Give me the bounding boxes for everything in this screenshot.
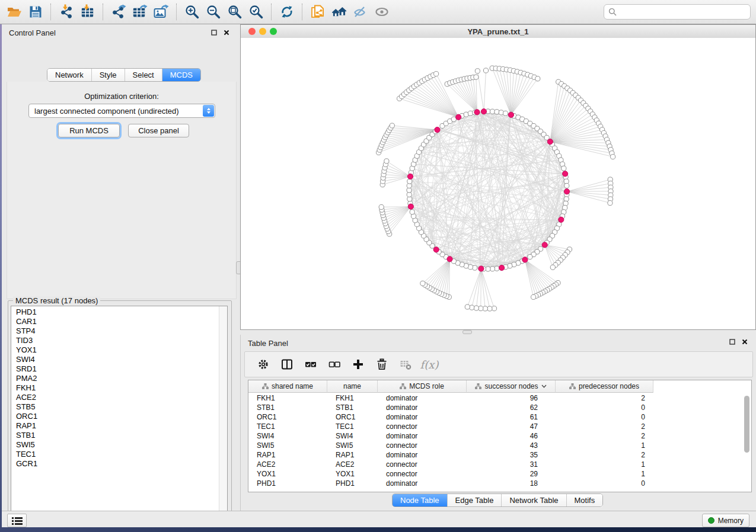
horizontal-splitter[interactable] — [240, 330, 756, 335]
network-node[interactable] — [407, 179, 412, 184]
network-node[interactable] — [611, 155, 615, 159]
network-node[interactable] — [483, 68, 488, 73]
refresh-view-button[interactable] — [276, 2, 298, 22]
result-node-item[interactable]: SRD1 — [11, 364, 219, 374]
splitter-grip[interactable] — [462, 330, 472, 334]
network-node[interactable] — [564, 183, 569, 188]
export-image-button[interactable] — [151, 2, 172, 22]
network-canvas[interactable] — [241, 38, 755, 329]
settings-gear-button[interactable] — [256, 357, 271, 371]
dominator-node[interactable] — [508, 112, 513, 117]
network-node[interactable] — [390, 123, 394, 128]
dominator-node[interactable] — [479, 266, 484, 271]
column-header-successor-nodes[interactable]: successor nodes — [467, 380, 556, 393]
delete-column-button[interactable] — [374, 357, 390, 371]
network-node[interactable] — [528, 255, 532, 259]
dominator-node[interactable] — [407, 174, 413, 179]
float-panel-icon[interactable] — [210, 29, 218, 36]
result-node-item[interactable]: TID3 — [11, 336, 219, 345]
duplicate-network-button[interactable] — [307, 2, 328, 22]
table-row[interactable]: ACE2ACE2connector311 — [248, 460, 751, 469]
network-node[interactable] — [407, 188, 412, 193]
network-node[interactable] — [503, 111, 508, 116]
tab-network[interactable]: Network — [47, 69, 92, 81]
network-node[interactable] — [384, 159, 389, 164]
network-node[interactable] — [470, 305, 474, 310]
result-node-item[interactable]: STB1 — [11, 431, 219, 440]
network-node[interactable] — [379, 204, 384, 209]
criterion-dropdown[interactable]: largest connected component (undirected) — [28, 104, 215, 118]
table-row[interactable]: SWI4SWI4dominator462 — [248, 431, 751, 441]
network-node[interactable] — [479, 306, 483, 311]
result-node-item[interactable]: STP4 — [11, 326, 219, 336]
dominator-node[interactable] — [481, 109, 486, 114]
export-network-button[interactable] — [108, 2, 129, 22]
export-table-button[interactable] — [129, 2, 151, 22]
dominator-node[interactable] — [433, 247, 439, 252]
network-node[interactable] — [420, 281, 425, 286]
table-row[interactable]: ORC1ORC1dominator610 — [248, 412, 751, 422]
task-history-button[interactable] — [7, 514, 27, 527]
dominator-node[interactable] — [408, 204, 413, 209]
import-network-button[interactable] — [56, 2, 77, 22]
dominator-node[interactable] — [435, 127, 440, 133]
network-node[interactable] — [473, 265, 477, 270]
run-mcds-button[interactable]: Run MCDS — [58, 124, 120, 137]
result-node-item[interactable]: SWI4 — [11, 355, 219, 364]
column-header-name[interactable]: name — [327, 380, 378, 393]
result-node-item[interactable]: RAP1 — [11, 421, 219, 431]
network-node[interactable] — [465, 305, 470, 309]
result-node-item[interactable]: FKH1 — [11, 383, 219, 393]
result-node-item[interactable]: PMA2 — [11, 374, 219, 383]
network-node[interactable] — [410, 210, 414, 214]
result-node-item[interactable]: PHD1 — [11, 307, 219, 317]
network-node[interactable] — [487, 306, 492, 311]
node-table[interactable]: shared namenameMCDS rolesuccessor nodesp… — [248, 380, 752, 492]
mcds-result-list[interactable]: PHD1CAR1STP4TID3YOX1SWI4SRD1PMA2FKH1ACE2… — [11, 306, 228, 518]
result-node-item[interactable]: SWI5 — [11, 440, 219, 450]
table-row[interactable]: RAP1RAP1dominator352 — [248, 450, 751, 460]
column-header-MCDS-role[interactable]: MCDS role — [378, 380, 467, 393]
network-node[interactable] — [474, 75, 479, 79]
result-node-item[interactable]: STB5 — [11, 402, 219, 412]
table-row[interactable]: PHD1PHD1dominator180 — [248, 479, 751, 488]
table-row[interactable]: YOX1YOX1connector291 — [248, 469, 751, 479]
tab-node-table[interactable]: Node Table — [393, 494, 448, 507]
result-node-item[interactable]: TEC1 — [11, 450, 219, 459]
first-neighbors-button[interactable] — [328, 2, 350, 22]
search-input[interactable] — [620, 7, 750, 17]
network-node[interactable] — [562, 166, 566, 171]
close-panel-button[interactable]: Close panel — [128, 124, 189, 137]
network-node[interactable] — [475, 69, 480, 73]
memory-button[interactable]: Memory — [702, 514, 749, 527]
result-node-item[interactable]: YOX1 — [11, 345, 219, 355]
dominator-node[interactable] — [559, 217, 564, 222]
save-session-button[interactable] — [25, 2, 46, 22]
table-row[interactable]: STB1STB1dominator620 — [248, 403, 751, 412]
zoom-selected-button[interactable] — [245, 2, 267, 22]
dominator-node[interactable] — [563, 171, 568, 177]
import-table-button[interactable] — [77, 2, 98, 22]
dominator-node[interactable] — [564, 189, 569, 194]
table-row[interactable]: SWI5SWI5connector431 — [248, 441, 751, 450]
close-panel-icon[interactable] — [741, 338, 748, 345]
network-node[interactable] — [499, 110, 503, 115]
network-node[interactable] — [434, 72, 439, 76]
result-node-item[interactable]: CAR1 — [11, 317, 219, 326]
open-file-button[interactable] — [4, 2, 25, 22]
dominator-node[interactable] — [456, 114, 461, 120]
close-panel-icon[interactable] — [223, 29, 230, 36]
network-node[interactable] — [531, 294, 536, 299]
network-node[interactable] — [490, 267, 495, 271]
result-node-item[interactable]: ACE2 — [11, 393, 219, 402]
table-row[interactable]: TEC1TEC1connector472 — [248, 422, 751, 431]
dominator-node[interactable] — [499, 265, 505, 270]
network-node[interactable] — [564, 197, 569, 201]
dominator-node[interactable] — [474, 110, 480, 115]
network-node[interactable] — [483, 306, 487, 311]
network-graph[interactable] — [241, 38, 755, 329]
result-node-item[interactable]: GCR1 — [11, 459, 219, 469]
table-row[interactable]: FKH1FKH1dominator962 — [248, 393, 751, 403]
network-node[interactable] — [468, 111, 473, 116]
network-node[interactable] — [407, 192, 412, 197]
